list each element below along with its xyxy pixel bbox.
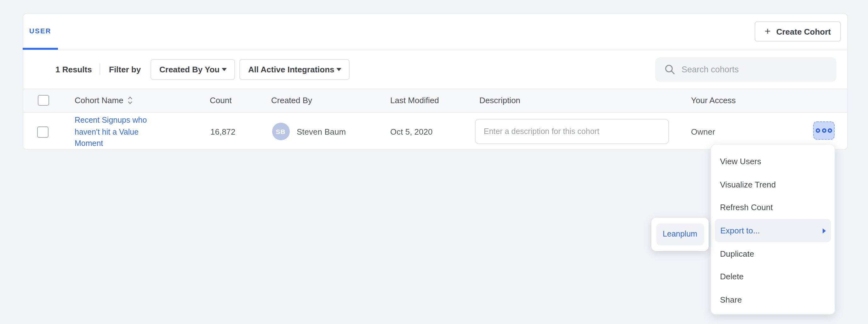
more-dots-icon: [828, 128, 832, 133]
cohort-count: 16,872: [210, 127, 236, 137]
created-by-dropdown[interactable]: Created By You: [151, 59, 235, 80]
sort-icon: [127, 96, 133, 104]
column-header-count: Count: [210, 96, 231, 105]
cohorts-page: USER + Create Cohort 1 Results Filter by…: [0, 0, 868, 324]
row-checkbox[interactable]: [37, 127, 48, 138]
menu-item-export-to[interactable]: Export to...: [715, 219, 831, 242]
create-cohort-label: Create Cohort: [776, 27, 831, 36]
menu-item-refresh-count[interactable]: Refresh Count: [711, 196, 835, 219]
column-header-created-by: Created By: [271, 96, 312, 105]
plus-icon: +: [765, 27, 771, 36]
more-options-button[interactable]: [813, 121, 835, 140]
avatar-initials: SB: [276, 128, 285, 135]
menu-item-visualize-trend[interactable]: Visualize Trend: [711, 173, 835, 196]
more-dots-icon: [822, 128, 826, 133]
column-header-last-modified: Last Modified: [390, 96, 439, 105]
create-cohort-button[interactable]: + Create Cohort: [755, 22, 841, 41]
tabs-divider: [23, 49, 847, 50]
tab-user[interactable]: USER: [23, 13, 58, 50]
submenu-item-leanplum[interactable]: Leanplum: [656, 223, 704, 245]
context-menu: View Users Visualize Trend Refresh Count…: [711, 144, 835, 315]
tab-user-label: USER: [29, 27, 51, 34]
column-header-your-access: Your Access: [691, 96, 736, 105]
menu-item-delete[interactable]: Delete: [711, 265, 835, 288]
search-input[interactable]: [682, 65, 829, 74]
column-header-description: Description: [479, 96, 520, 105]
submenu-arrow-icon: [822, 228, 826, 233]
chevron-down-icon: [222, 68, 227, 71]
menu-item-export-to-label: Export to...: [720, 226, 760, 235]
column-header-cohort-name[interactable]: Cohort Name: [75, 96, 133, 105]
integrations-dropdown-value: All Active Integrations: [248, 65, 335, 74]
created-by-dropdown-value: Created By You: [159, 65, 219, 74]
vertical-divider: [99, 64, 100, 75]
description-input[interactable]: [475, 119, 669, 144]
avatar: SB: [272, 122, 289, 140]
menu-item-duplicate[interactable]: Duplicate: [711, 242, 835, 265]
created-by-name: Steven Baum: [297, 127, 346, 137]
menu-item-share[interactable]: Share: [711, 288, 835, 312]
cohort-name-link[interactable]: Recent Signups who haven't hit a Value M…: [75, 114, 152, 150]
integrations-dropdown[interactable]: All Active Integrations: [239, 59, 350, 80]
more-dots-icon: [816, 128, 820, 133]
search-box[interactable]: [655, 57, 837, 81]
filter-by-label: Filter by: [109, 65, 141, 74]
results-count: 1 Results: [56, 65, 92, 74]
export-submenu: Leanplum: [651, 218, 709, 251]
last-modified-date: Oct 5, 2020: [390, 127, 432, 137]
menu-item-view-users[interactable]: View Users: [711, 150, 835, 173]
select-all-checkbox[interactable]: [38, 95, 49, 106]
chevron-down-icon: [336, 68, 341, 71]
search-icon: [664, 64, 675, 75]
column-header-label: Cohort Name: [75, 96, 123, 105]
access-value: Owner: [691, 127, 715, 137]
